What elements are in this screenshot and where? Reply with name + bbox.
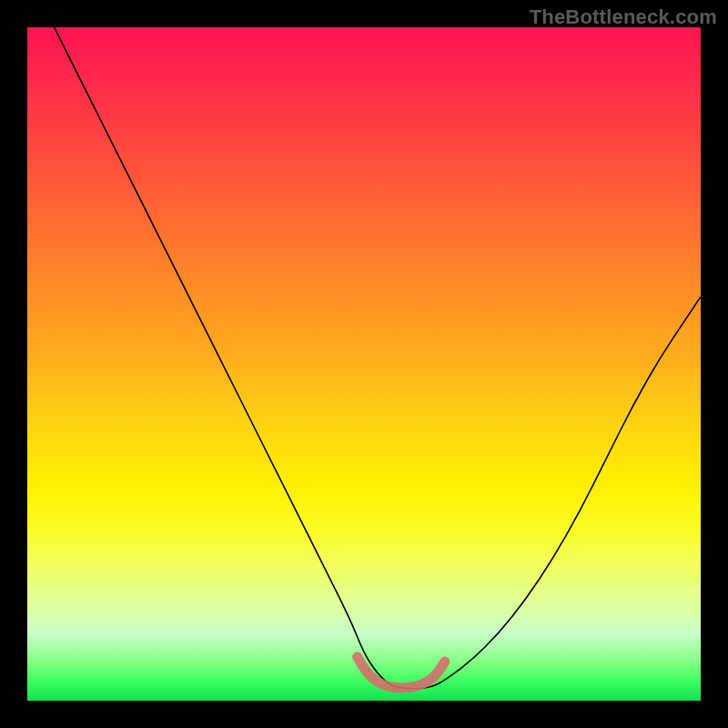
optimal-zone-curve bbox=[358, 657, 445, 688]
watermark-text: TheBottleneck.com bbox=[530, 5, 717, 29]
chart-svg bbox=[27, 27, 701, 701]
plot-area bbox=[27, 27, 701, 701]
chart-container: TheBottleneck.com bbox=[0, 0, 728, 728]
bottleneck-curve bbox=[55, 27, 701, 689]
